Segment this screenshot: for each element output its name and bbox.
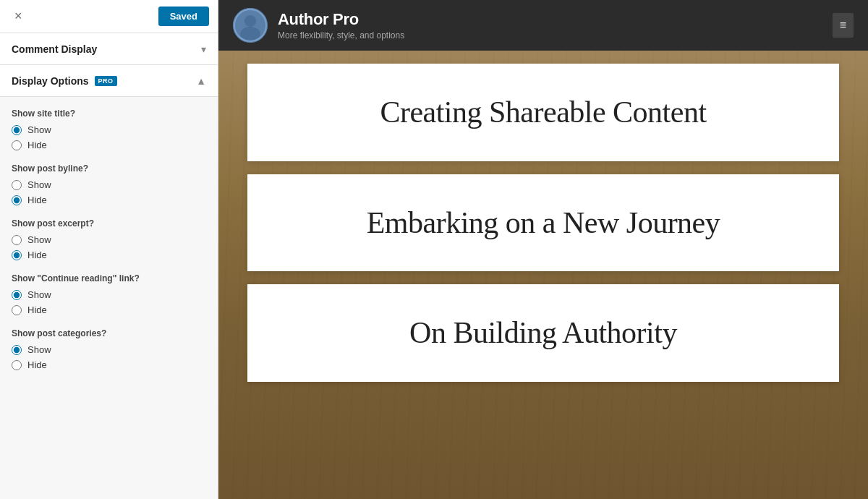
option-group-show_continue_reading: Show "Continue reading" link?ShowHide — [12, 273, 206, 315]
avatar — [233, 8, 268, 43]
option-question-show_post_byline: Show post byline? — [12, 163, 206, 174]
radio-input-show_post_byline-show[interactable] — [12, 180, 22, 190]
option-question-show_continue_reading: Show "Continue reading" link? — [12, 273, 206, 283]
pro-badge: PRO — [95, 76, 117, 86]
radio-label-show_post_categories-show[interactable]: Show — [27, 344, 51, 355]
radio-input-show_post_categories-hide[interactable] — [12, 360, 22, 370]
option-question-show_site_title: Show site title? — [12, 108, 206, 119]
close-button[interactable]: × — [9, 6, 28, 27]
comment-display-section[interactable]: Comment Display ▾ — [0, 33, 218, 65]
radio-input-show_site_title-show[interactable] — [12, 125, 22, 135]
site-title-block: Author Pro More flexibility, style, and … — [278, 10, 404, 40]
top-bar: × Saved — [0, 0, 218, 33]
radio-label-show_continue_reading-hide[interactable]: Hide — [27, 304, 47, 315]
radio-label-show_post_byline-hide[interactable]: Hide — [27, 195, 47, 205]
radio-label-show_site_title-show[interactable]: Show — [27, 124, 51, 135]
radio-input-show_post_excerpt-hide[interactable] — [12, 250, 22, 260]
radio-input-show_continue_reading-hide[interactable] — [12, 305, 22, 315]
site-header-left: Author Pro More flexibility, style, and … — [233, 8, 404, 43]
site-name: Author Pro — [278, 10, 404, 29]
radio-row-show_post_categories-hide: Hide — [12, 359, 206, 370]
article-card-1: Embarking on a New Journey — [247, 174, 839, 272]
options-content: Show site title?ShowHideShow post byline… — [0, 97, 218, 395]
radio-row-show_site_title-hide: Hide — [12, 140, 206, 150]
article-card-0: Creating Shareable Content — [247, 64, 839, 161]
radio-row-show_site_title-show: Show — [12, 124, 206, 135]
option-group-show_post_excerpt: Show post excerpt?ShowHide — [12, 218, 206, 260]
radio-row-show_post_byline-hide: Hide — [12, 195, 206, 205]
saved-button[interactable]: Saved — [158, 7, 209, 26]
radio-label-show_post_excerpt-show[interactable]: Show — [27, 234, 51, 245]
radio-input-show_continue_reading-show[interactable] — [12, 290, 22, 300]
content-area: Creating Shareable ContentEmbarking on a… — [218, 51, 868, 499]
site-tagline: More flexibility, style, and options — [278, 30, 404, 40]
comment-display-arrow: ▾ — [201, 43, 206, 55]
display-options-section[interactable]: Display Options PRO ▲ — [0, 65, 218, 97]
hamburger-icon: ≡ — [840, 19, 846, 31]
radio-input-show_site_title-hide[interactable] — [12, 140, 22, 150]
radio-row-show_post_byline-show: Show — [12, 179, 206, 190]
radio-row-show_post_categories-show: Show — [12, 344, 206, 355]
articles-container: Creating Shareable ContentEmbarking on a… — [218, 64, 868, 382]
radio-input-show_post_byline-hide[interactable] — [12, 195, 22, 205]
comment-display-title: Comment Display — [12, 43, 97, 55]
option-group-show_post_byline: Show post byline?ShowHide — [12, 163, 206, 205]
radio-row-show_continue_reading-show: Show — [12, 289, 206, 300]
radio-row-show_post_excerpt-show: Show — [12, 234, 206, 245]
radio-row-show_post_excerpt-hide: Hide — [12, 250, 206, 260]
article-title-0: Creating Shareable Content — [291, 93, 796, 132]
option-group-show_site_title: Show site title?ShowHide — [12, 108, 206, 150]
radio-label-show_post_categories-hide[interactable]: Hide — [27, 359, 47, 370]
right-panel: Author Pro More flexibility, style, and … — [218, 0, 868, 499]
radio-label-show_continue_reading-show[interactable]: Show — [27, 289, 51, 300]
display-options-arrow: ▲ — [196, 75, 206, 87]
left-panel: × Saved Comment Display ▾ Display Option… — [0, 0, 218, 499]
article-title-1: Embarking on a New Journey — [291, 203, 796, 243]
article-title-2: On Building Authority — [291, 313, 796, 353]
site-header: Author Pro More flexibility, style, and … — [218, 0, 868, 51]
hamburger-button[interactable]: ≡ — [833, 13, 854, 38]
radio-input-show_post_excerpt-show[interactable] — [12, 235, 22, 245]
display-options-title: Display Options — [12, 75, 89, 87]
close-icon: × — [14, 9, 22, 23]
radio-label-show_post_excerpt-hide[interactable]: Hide — [27, 250, 47, 260]
option-group-show_post_categories: Show post categories?ShowHide — [12, 328, 206, 370]
radio-row-show_continue_reading-hide: Hide — [12, 304, 206, 315]
option-question-show_post_categories: Show post categories? — [12, 328, 206, 338]
radio-label-show_site_title-hide[interactable]: Hide — [27, 140, 47, 150]
radio-input-show_post_categories-show[interactable] — [12, 345, 22, 355]
radio-label-show_post_byline-show[interactable]: Show — [27, 179, 51, 190]
svg-point-1 — [244, 15, 256, 27]
display-options-left: Display Options PRO — [12, 75, 117, 87]
option-question-show_post_excerpt: Show post excerpt? — [12, 218, 206, 229]
article-card-2: On Building Authority — [247, 284, 839, 382]
